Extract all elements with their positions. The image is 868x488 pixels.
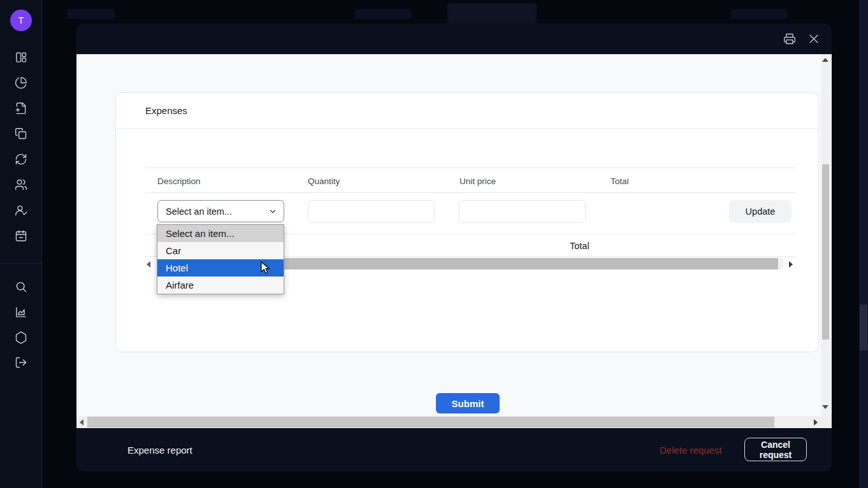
scroll-up-arrow-icon[interactable] bbox=[822, 58, 828, 62]
area-chart-icon bbox=[15, 306, 27, 319]
table-header-row: Description Quantity Unit price Total bbox=[145, 168, 795, 193]
modal-horizontal-scrollbar bbox=[76, 416, 832, 428]
description-select-value: Select an item... bbox=[166, 206, 268, 217]
modal-title: Expense report bbox=[127, 428, 192, 471]
file-plus-icon bbox=[15, 102, 27, 115]
description-select[interactable]: Select an item... bbox=[157, 200, 284, 222]
users-icon bbox=[15, 178, 27, 191]
calendar-icon bbox=[15, 229, 27, 242]
pie-chart-icon bbox=[15, 76, 27, 89]
scroll-right-arrow-icon[interactable] bbox=[789, 261, 793, 268]
sidebar-item-search[interactable] bbox=[15, 280, 27, 293]
scroll-right-arrow-icon[interactable] bbox=[814, 419, 818, 426]
scrollbar-thumb[interactable] bbox=[822, 164, 829, 340]
logout-icon bbox=[15, 356, 27, 369]
column-header-unit-price: Unit price bbox=[459, 168, 496, 194]
unit-price-input[interactable] bbox=[459, 200, 586, 223]
expenses-card: Expenses Description Quantity Unit price… bbox=[115, 92, 819, 352]
background-scrollbar bbox=[859, 0, 868, 488]
sidebar-item-approvals[interactable] bbox=[15, 204, 27, 217]
app-root: T bbox=[0, 0, 868, 488]
modal-content: Expenses Description Quantity Unit price… bbox=[76, 54, 832, 416]
print-icon bbox=[783, 32, 796, 45]
user-avatar[interactable]: T bbox=[10, 10, 32, 31]
description-dropdown-list: Select an item... Car Hotel Airfare bbox=[157, 224, 284, 294]
sidebar-item-analytics[interactable] bbox=[15, 306, 27, 319]
dropdown-option-hotel[interactable]: Hotel bbox=[157, 259, 284, 276]
column-header-total: Total bbox=[611, 168, 629, 194]
user-check-icon bbox=[15, 204, 27, 217]
hexagon-icon bbox=[15, 331, 27, 344]
column-header-description: Description bbox=[157, 168, 201, 194]
scrollbar-thumb[interactable] bbox=[87, 417, 774, 427]
sidebar-item-reports[interactable] bbox=[15, 76, 27, 89]
background-remnant bbox=[354, 9, 412, 19]
refresh-icon bbox=[15, 153, 27, 166]
chevron-down-icon bbox=[268, 207, 277, 216]
close-button[interactable] bbox=[807, 32, 820, 45]
sidebar-item-calendar[interactable] bbox=[15, 229, 27, 242]
copy-icon bbox=[15, 127, 27, 140]
update-button[interactable]: Update bbox=[729, 200, 792, 223]
background-scrollbar-thumb bbox=[860, 305, 867, 350]
sidebar-item-sync[interactable] bbox=[15, 153, 27, 166]
avatar-initial: T bbox=[18, 15, 24, 25]
sidebar-item-dashboard[interactable] bbox=[15, 51, 27, 64]
sidebar-item-modules[interactable] bbox=[15, 331, 27, 344]
sidebar-divider bbox=[0, 263, 42, 264]
cancel-request-button[interactable]: Cancel request bbox=[744, 438, 807, 461]
dashboard-icon bbox=[15, 51, 27, 64]
search-icon bbox=[15, 280, 27, 293]
scroll-left-arrow-icon[interactable] bbox=[80, 419, 83, 426]
sidebar: T bbox=[0, 0, 42, 488]
scroll-left-arrow-icon[interactable] bbox=[147, 261, 150, 268]
dropdown-option-car[interactable]: Car bbox=[157, 242, 284, 259]
modal-header bbox=[76, 24, 832, 54]
close-icon bbox=[807, 32, 820, 45]
modal-footer: Expense report Delete request Cancel req… bbox=[76, 428, 832, 471]
background-remnant bbox=[730, 9, 788, 19]
scroll-down-arrow-icon[interactable] bbox=[822, 405, 828, 409]
quantity-input[interactable] bbox=[308, 200, 435, 223]
card-title: Expenses bbox=[145, 93, 187, 128]
modal-vertical-scrollbar bbox=[821, 54, 830, 416]
total-label: Total bbox=[570, 234, 590, 257]
background-remnant bbox=[67, 9, 115, 19]
sidebar-item-documents[interactable] bbox=[15, 127, 27, 140]
sidebar-item-logout[interactable] bbox=[15, 356, 27, 369]
sidebar-item-users[interactable] bbox=[15, 178, 27, 191]
dropdown-option-select-an-item[interactable]: Select an item... bbox=[157, 225, 284, 242]
sidebar-item-new-document[interactable] bbox=[15, 102, 27, 115]
dropdown-option-airfare[interactable]: Airfare bbox=[157, 276, 284, 294]
card-divider bbox=[116, 128, 818, 129]
background-remnant bbox=[447, 3, 537, 24]
submit-button[interactable]: Submit bbox=[436, 393, 500, 413]
print-button[interactable] bbox=[783, 32, 796, 45]
column-header-quantity: Quantity bbox=[308, 168, 340, 194]
delete-request-button[interactable]: Delete request bbox=[660, 428, 722, 471]
